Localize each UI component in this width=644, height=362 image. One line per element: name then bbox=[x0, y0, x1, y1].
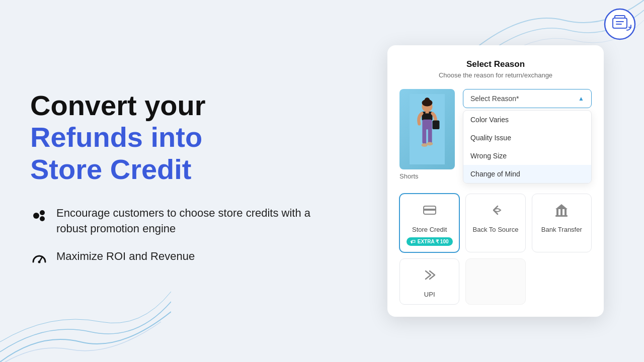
svg-point-4 bbox=[33, 213, 39, 219]
modal-panel: Select Reason Choose the reason for retu… bbox=[387, 45, 604, 317]
chevron-up-icon: ▲ bbox=[578, 95, 584, 102]
headline-line1: Convert your bbox=[30, 90, 312, 121]
select-placeholder: Select Reason* bbox=[470, 95, 519, 103]
product-label: Shorts bbox=[399, 172, 455, 180]
method-bank-transfer[interactable]: Bank Transfer bbox=[532, 194, 592, 252]
refund-methods-grid: Store Credit 🏷 EXTRA ₹ 100 Back To Sourc… bbox=[399, 194, 592, 252]
method-back-to-source[interactable]: Back To Source bbox=[465, 194, 525, 252]
headline-line3: Store Credit bbox=[30, 153, 312, 186]
svg-point-11 bbox=[425, 98, 430, 103]
method-upi[interactable]: UPI bbox=[399, 258, 459, 305]
back-to-source-icon bbox=[488, 202, 504, 222]
svg-marker-25 bbox=[555, 204, 568, 209]
feature-item-2: Maximize ROI and Revenue bbox=[30, 249, 312, 272]
svg-rect-13 bbox=[433, 121, 440, 130]
svg-point-17 bbox=[427, 142, 433, 145]
upi-label: UPI bbox=[424, 291, 435, 298]
product-row: Shorts Select Reason* ▲ Color Varies Qua… bbox=[399, 89, 592, 184]
badge-text: EXTRA ₹ 100 bbox=[418, 239, 449, 244]
feature-text-2: Maximize ROI and Revenue bbox=[56, 249, 195, 264]
bank-transfer-icon bbox=[553, 202, 570, 222]
left-panel: Convert your Refunds into Store Credit E… bbox=[0, 0, 342, 362]
features-list: Encourage customers to choose store cred… bbox=[30, 206, 312, 272]
option-quality-issue[interactable]: Quality Issue bbox=[463, 129, 591, 147]
product-image bbox=[399, 89, 455, 169]
svg-rect-15 bbox=[426, 129, 428, 145]
logo bbox=[604, 8, 636, 40]
svg-rect-18 bbox=[426, 111, 429, 113]
store-credit-icon bbox=[422, 202, 438, 222]
headline-line2: Refunds into bbox=[30, 121, 312, 153]
option-change-of-mind[interactable]: Change of Mind bbox=[463, 165, 591, 183]
svg-rect-24 bbox=[555, 215, 568, 217]
extra-badge: 🏷 EXTRA ₹ 100 bbox=[407, 237, 453, 246]
svg-point-16 bbox=[422, 143, 428, 147]
upi-icon bbox=[422, 267, 438, 287]
svg-rect-21 bbox=[556, 209, 558, 215]
method-empty-1 bbox=[465, 258, 525, 305]
feature-text-1: Encourage customers to choose store cred… bbox=[56, 206, 312, 237]
option-color-varies[interactable]: Color Varies bbox=[463, 111, 591, 129]
back-to-source-label: Back To Source bbox=[473, 226, 519, 233]
dropdown-options-list: Color Varies Quality Issue Wrong Size Ch… bbox=[463, 110, 592, 184]
method-store-credit[interactable]: Store Credit 🏷 EXTRA ₹ 100 bbox=[399, 194, 459, 252]
svg-point-7 bbox=[38, 260, 41, 263]
option-wrong-size[interactable]: Wrong Size bbox=[463, 147, 591, 165]
feature-icon-2 bbox=[30, 250, 48, 272]
refund-methods-grid-bottom: UPI bbox=[399, 258, 592, 305]
modal-header: Select Reason Choose the reason for retu… bbox=[399, 59, 592, 79]
badge-icon: 🏷 bbox=[411, 239, 416, 244]
headline: Convert your Refunds into Store Credit bbox=[30, 90, 312, 186]
svg-point-5 bbox=[40, 210, 45, 215]
dropdown-section: Select Reason* ▲ Color Varies Quality Is… bbox=[463, 89, 592, 184]
feature-icon-1 bbox=[30, 207, 48, 229]
store-credit-label: Store Credit bbox=[412, 226, 447, 233]
feature-item-1: Encourage customers to choose store cred… bbox=[30, 206, 312, 237]
svg-rect-23 bbox=[565, 209, 567, 215]
select-reason-dropdown[interactable]: Select Reason* ▲ bbox=[463, 89, 592, 108]
svg-rect-22 bbox=[560, 209, 562, 215]
modal-title: Select Reason bbox=[399, 59, 592, 69]
svg-rect-20 bbox=[424, 209, 436, 211]
product-column: Shorts bbox=[399, 89, 455, 180]
bank-transfer-label: Bank Transfer bbox=[541, 226, 582, 233]
svg-point-6 bbox=[40, 216, 45, 221]
modal-subtitle: Choose the reason for return/exchange bbox=[399, 71, 592, 79]
